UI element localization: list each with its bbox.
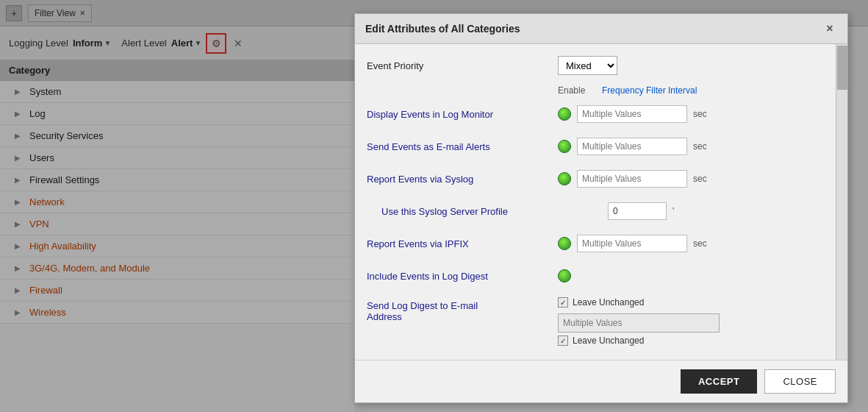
modal-scrollbar[interactable] — [836, 44, 847, 360]
leave-unchanged-label: Leave Unchanged — [573, 297, 644, 308]
syslog-controls: sec — [558, 170, 824, 188]
leave-unchanged2-label: Leave Unchanged — [573, 335, 644, 346]
display-events-input[interactable] — [577, 105, 687, 123]
leave-unchanged2-checkbox-area: ✓ Leave Unchanged — [558, 335, 644, 346]
leave-unchanged-checkbox[interactable]: ✓ — [558, 297, 568, 308]
enable-column-header: Enable — [558, 85, 602, 96]
syslog-enable-dot[interactable] — [558, 172, 571, 185]
ipfix-input[interactable] — [577, 235, 687, 252]
syslog-profile-input[interactable] — [608, 202, 667, 220]
display-events-label: Display Events in Log Monitor — [367, 109, 558, 120]
syslog-profile-unit: ' — [672, 206, 674, 216]
display-events-enable-dot[interactable] — [558, 107, 571, 121]
ipfix-label: Report Events via IPFIX — [367, 238, 558, 249]
log-digest-email-label: Send Log Digest to E-mailAddress — [367, 297, 558, 322]
ipfix-row: Report Events via IPFIX sec — [367, 232, 824, 255]
syslog-profile-row: Use this Syslog Server Profile ' — [367, 200, 824, 222]
email-alerts-row: Send Events as E-mail Alerts sec — [367, 135, 824, 157]
syslog-input[interactable] — [577, 170, 687, 188]
ipfix-enable-dot[interactable] — [558, 237, 571, 250]
accept-button[interactable]: ACCEPT — [681, 369, 757, 394]
email-address-input[interactable] — [558, 313, 720, 333]
ipfix-controls: sec — [558, 235, 824, 252]
priority-label: Event Priority — [367, 60, 558, 71]
log-digest-label: Include Events in Log Digest — [367, 271, 558, 282]
edit-attributes-modal: Edit Attributes of All Categories × Even… — [354, 13, 848, 403]
log-digest-controls — [558, 269, 824, 283]
modal-close-button[interactable]: × — [822, 21, 837, 36]
log-digest-enable-dot[interactable] — [558, 269, 571, 283]
syslog-unit: sec — [693, 174, 707, 184]
priority-select[interactable]: Mixed Low Medium High — [558, 56, 617, 75]
ipfix-unit: sec — [693, 238, 707, 249]
close-button[interactable]: CLOSE — [764, 369, 836, 394]
email-alerts-label: Send Events as E-mail Alerts — [367, 141, 558, 152]
modal-content: Event Priority Mixed Low Medium High Ena… — [355, 44, 836, 360]
modal-footer: ACCEPT CLOSE — [355, 360, 847, 402]
scrollbar-thumb[interactable] — [837, 46, 847, 90]
priority-dropdown[interactable]: Mixed Low Medium High — [559, 57, 617, 74]
email-alerts-controls: sec — [558, 138, 824, 155]
leave-unchanged-checkbox-area: ✓ Leave Unchanged — [558, 297, 644, 308]
syslog-row: Report Events via Syslog sec — [367, 168, 824, 190]
display-events-row: Display Events in Log Monitor sec — [367, 103, 824, 125]
display-events-controls: sec — [558, 105, 824, 123]
modal-body: Event Priority Mixed Low Medium High Ena… — [355, 44, 847, 360]
syslog-profile-controls: ' — [558, 202, 824, 220]
modal-header: Edit Attributes of All Categories × — [355, 14, 847, 44]
frequency-column-header: Frequency Filter Interval — [602, 85, 697, 96]
syslog-label: Report Events via Syslog — [367, 174, 558, 185]
log-digest-row: Include Events in Log Digest — [367, 265, 824, 287]
leave-unchanged2-checkbox[interactable]: ✓ — [558, 335, 568, 346]
display-events-unit: sec — [693, 109, 707, 119]
syslog-profile-label: Use this Syslog Server Profile — [367, 206, 558, 217]
modal-title: Edit Attributes of All Categories — [365, 23, 520, 35]
priority-row: Event Priority Mixed Low Medium High — [367, 56, 824, 75]
email-alerts-enable-dot[interactable] — [558, 140, 571, 153]
log-digest-email-controls: ✓ Leave Unchanged ✓ Leave Unchanged — [558, 297, 824, 349]
modal-close-icon: × — [826, 22, 833, 35]
log-digest-email-row: Send Log Digest to E-mailAddress ✓ Leave… — [367, 297, 824, 349]
email-alerts-unit: sec — [693, 141, 707, 152]
column-headers: Enable Frequency Filter Interval — [558, 85, 824, 96]
email-alerts-input[interactable] — [577, 138, 687, 155]
